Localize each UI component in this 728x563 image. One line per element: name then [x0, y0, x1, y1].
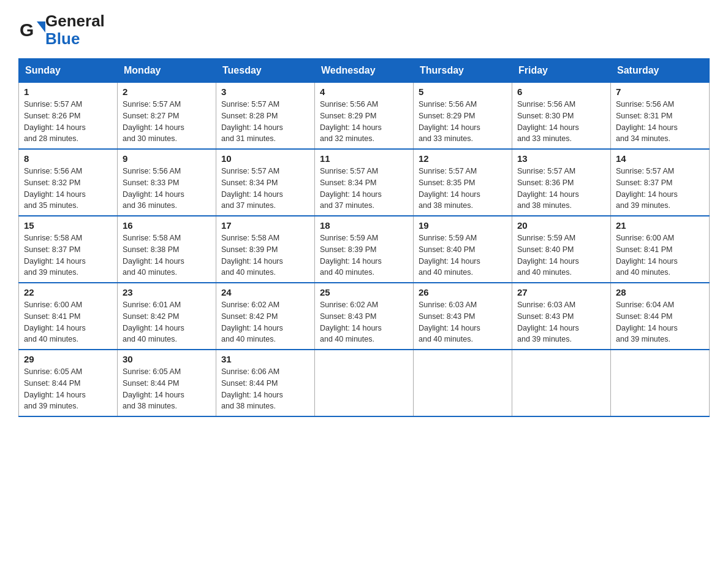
header-day-wednesday: Wednesday	[315, 59, 414, 83]
header: G General Blue	[18, 12, 710, 47]
week-row-5: 29 Sunrise: 6:05 AMSunset: 8:44 PMDaylig…	[19, 350, 710, 416]
day-cell: 16 Sunrise: 5:58 AMSunset: 8:38 PMDaylig…	[118, 216, 216, 283]
day-cell: 29 Sunrise: 6:05 AMSunset: 8:44 PMDaylig…	[19, 350, 118, 416]
day-number: 26	[419, 287, 507, 297]
day-cell: 5 Sunrise: 5:56 AMSunset: 8:29 PMDayligh…	[414, 83, 512, 150]
day-number: 21	[616, 220, 704, 231]
day-info: Sunrise: 5:57 AMSunset: 8:28 PMDaylight:…	[221, 100, 283, 143]
day-cell: 2 Sunrise: 5:57 AMSunset: 8:27 PMDayligh…	[118, 83, 216, 150]
day-cell: 3 Sunrise: 5:57 AMSunset: 8:28 PMDayligh…	[216, 83, 315, 150]
day-info: Sunrise: 5:57 AMSunset: 8:35 PMDaylight:…	[419, 167, 480, 210]
day-info: Sunrise: 5:57 AMSunset: 8:36 PMDaylight:…	[517, 167, 579, 210]
day-number: 8	[24, 153, 112, 164]
header-day-thursday: Thursday	[414, 59, 512, 83]
logo-blue: Blue	[45, 30, 105, 48]
day-cell: 24 Sunrise: 6:02 AMSunset: 8:42 PMDaylig…	[216, 283, 315, 350]
svg-text:G: G	[20, 20, 34, 40]
day-info: Sunrise: 5:57 AMSunset: 8:37 PMDaylight:…	[616, 167, 678, 210]
day-cell: 25 Sunrise: 6:02 AMSunset: 8:43 PMDaylig…	[315, 283, 414, 350]
day-cell: 15 Sunrise: 5:58 AMSunset: 8:37 PMDaylig…	[19, 216, 118, 283]
header-row: SundayMondayTuesdayWednesdayThursdayFrid…	[19, 59, 710, 83]
week-row-2: 8 Sunrise: 5:56 AMSunset: 8:32 PMDayligh…	[19, 149, 710, 216]
day-info: Sunrise: 5:58 AMSunset: 8:39 PMDaylight:…	[221, 234, 283, 277]
day-info: Sunrise: 6:03 AMSunset: 8:43 PMDaylight:…	[517, 301, 579, 343]
day-info: Sunrise: 6:03 AMSunset: 8:43 PMDaylight:…	[419, 301, 480, 343]
day-info: Sunrise: 6:05 AMSunset: 8:44 PMDaylight:…	[24, 367, 86, 410]
day-info: Sunrise: 5:59 AMSunset: 8:39 PMDaylight:…	[320, 234, 382, 277]
header-day-sunday: Sunday	[19, 59, 118, 83]
day-cell: 4 Sunrise: 5:56 AMSunset: 8:29 PMDayligh…	[315, 83, 414, 150]
day-number: 3	[221, 86, 309, 97]
day-number: 23	[123, 287, 211, 297]
day-info: Sunrise: 5:56 AMSunset: 8:32 PMDaylight:…	[24, 167, 86, 210]
day-cell: 9 Sunrise: 5:56 AMSunset: 8:33 PMDayligh…	[118, 149, 216, 216]
day-number: 9	[123, 153, 211, 164]
day-cell: 28 Sunrise: 6:04 AMSunset: 8:44 PMDaylig…	[611, 283, 710, 350]
day-number: 24	[221, 287, 309, 297]
day-number: 12	[419, 153, 507, 164]
day-info: Sunrise: 5:59 AMSunset: 8:40 PMDaylight:…	[419, 234, 480, 277]
day-info: Sunrise: 5:56 AMSunset: 8:29 PMDaylight:…	[320, 100, 382, 143]
day-cell: 27 Sunrise: 6:03 AMSunset: 8:43 PMDaylig…	[512, 283, 611, 350]
day-info: Sunrise: 5:56 AMSunset: 8:30 PMDaylight:…	[517, 100, 579, 143]
day-info: Sunrise: 6:00 AMSunset: 8:41 PMDaylight:…	[24, 301, 86, 343]
day-info: Sunrise: 6:04 AMSunset: 8:44 PMDaylight:…	[616, 301, 678, 343]
day-number: 7	[616, 86, 704, 97]
day-cell	[611, 350, 710, 416]
day-cell: 11 Sunrise: 5:57 AMSunset: 8:34 PMDaylig…	[315, 149, 414, 216]
day-number: 2	[123, 86, 211, 97]
day-info: Sunrise: 5:56 AMSunset: 8:33 PMDaylight:…	[123, 167, 184, 210]
day-cell: 22 Sunrise: 6:00 AMSunset: 8:41 PMDaylig…	[19, 283, 118, 350]
day-cell: 12 Sunrise: 5:57 AMSunset: 8:35 PMDaylig…	[414, 149, 512, 216]
day-number: 29	[24, 354, 112, 364]
day-number: 22	[24, 287, 112, 297]
week-row-3: 15 Sunrise: 5:58 AMSunset: 8:37 PMDaylig…	[19, 216, 710, 283]
day-info: Sunrise: 6:02 AMSunset: 8:42 PMDaylight:…	[221, 301, 283, 343]
day-number: 28	[616, 287, 704, 297]
day-number: 6	[517, 86, 605, 97]
day-info: Sunrise: 6:01 AMSunset: 8:42 PMDaylight:…	[123, 301, 184, 343]
header-day-monday: Monday	[118, 59, 216, 83]
header-day-saturday: Saturday	[611, 59, 710, 83]
day-info: Sunrise: 5:59 AMSunset: 8:40 PMDaylight:…	[517, 234, 579, 277]
day-cell: 20 Sunrise: 5:59 AMSunset: 8:40 PMDaylig…	[512, 216, 611, 283]
day-cell	[512, 350, 611, 416]
day-cell: 8 Sunrise: 5:56 AMSunset: 8:32 PMDayligh…	[19, 149, 118, 216]
day-info: Sunrise: 5:58 AMSunset: 8:38 PMDaylight:…	[123, 234, 184, 277]
day-number: 5	[419, 86, 507, 97]
day-number: 1	[24, 86, 112, 97]
day-cell: 31 Sunrise: 6:06 AMSunset: 8:44 PMDaylig…	[216, 350, 315, 416]
day-cell: 23 Sunrise: 6:01 AMSunset: 8:42 PMDaylig…	[118, 283, 216, 350]
day-cell: 13 Sunrise: 5:57 AMSunset: 8:36 PMDaylig…	[512, 149, 611, 216]
day-info: Sunrise: 6:05 AMSunset: 8:44 PMDaylight:…	[123, 367, 184, 410]
day-cell: 6 Sunrise: 5:56 AMSunset: 8:30 PMDayligh…	[512, 83, 611, 150]
day-cell: 7 Sunrise: 5:56 AMSunset: 8:31 PMDayligh…	[611, 83, 710, 150]
logo-icon: G	[18, 17, 45, 44]
week-row-4: 22 Sunrise: 6:00 AMSunset: 8:41 PMDaylig…	[19, 283, 710, 350]
day-number: 10	[221, 153, 309, 164]
day-cell: 18 Sunrise: 5:59 AMSunset: 8:39 PMDaylig…	[315, 216, 414, 283]
day-number: 19	[419, 220, 507, 231]
day-cell	[414, 350, 512, 416]
day-number: 27	[517, 287, 605, 297]
day-cell: 1 Sunrise: 5:57 AMSunset: 8:26 PMDayligh…	[19, 83, 118, 150]
day-number: 25	[320, 287, 408, 297]
calendar-body: 1 Sunrise: 5:57 AMSunset: 8:26 PMDayligh…	[19, 83, 710, 417]
day-number: 20	[517, 220, 605, 231]
day-cell	[315, 350, 414, 416]
week-row-1: 1 Sunrise: 5:57 AMSunset: 8:26 PMDayligh…	[19, 83, 710, 150]
header-day-friday: Friday	[512, 59, 611, 83]
day-info: Sunrise: 6:00 AMSunset: 8:41 PMDaylight:…	[616, 234, 678, 277]
day-cell: 14 Sunrise: 5:57 AMSunset: 8:37 PMDaylig…	[611, 149, 710, 216]
day-cell: 17 Sunrise: 5:58 AMSunset: 8:39 PMDaylig…	[216, 216, 315, 283]
day-number: 31	[221, 354, 309, 364]
logo-area: G General Blue	[18, 12, 105, 47]
calendar-header: SundayMondayTuesdayWednesdayThursdayFrid…	[19, 59, 710, 83]
header-day-tuesday: Tuesday	[216, 59, 315, 83]
day-number: 11	[320, 153, 408, 164]
day-number: 16	[123, 220, 211, 231]
day-cell: 30 Sunrise: 6:05 AMSunset: 8:44 PMDaylig…	[118, 350, 216, 416]
day-info: Sunrise: 5:57 AMSunset: 8:34 PMDaylight:…	[320, 167, 382, 210]
day-cell: 26 Sunrise: 6:03 AMSunset: 8:43 PMDaylig…	[414, 283, 512, 350]
day-info: Sunrise: 5:58 AMSunset: 8:37 PMDaylight:…	[24, 234, 86, 277]
